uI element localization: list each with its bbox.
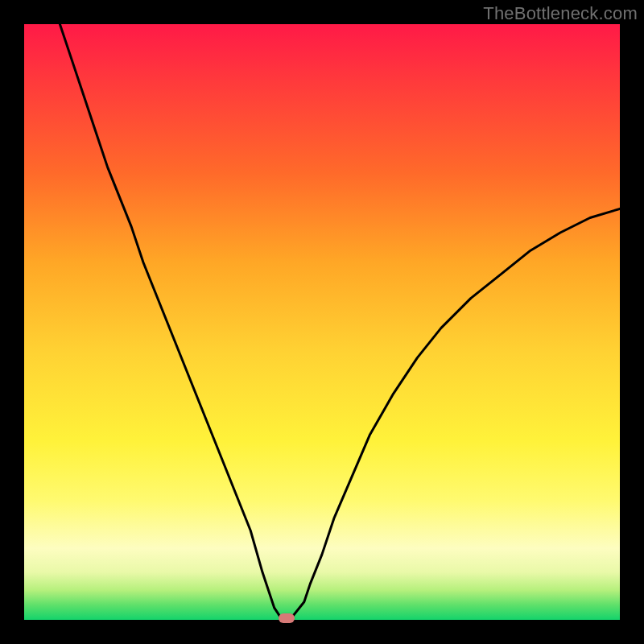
plot-area [24, 24, 620, 620]
chart-frame [24, 24, 620, 620]
watermark-text: TheBottleneck.com [483, 3, 638, 24]
optimal-marker [279, 613, 295, 623]
bottleneck-curve [24, 24, 620, 620]
